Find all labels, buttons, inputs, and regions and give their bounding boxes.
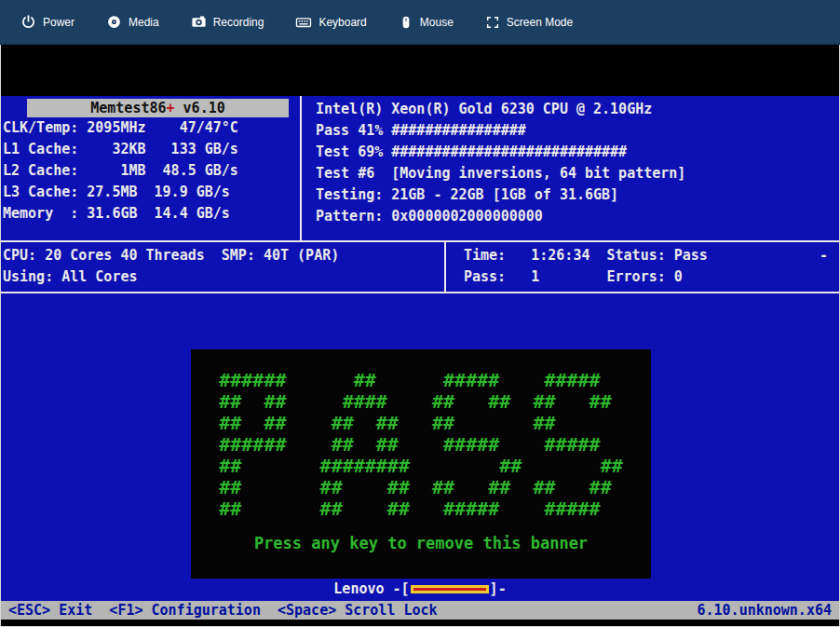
test-name-row: Test #6 [Moving inversions, 64 bit patte… bbox=[314, 163, 839, 184]
memtest-mid-section: CPU: 20 Cores 40 Threads SMP: 40T (PAR) … bbox=[1, 240, 839, 293]
memtest-title-version: v6.10 bbox=[175, 100, 225, 116]
pattern-row: Pattern: 0x0000002000000000 bbox=[314, 206, 839, 227]
power-icon bbox=[20, 14, 36, 30]
pass-ascii-art: ###### ## ##### ##### ## ## #### ## ## #… bbox=[219, 370, 622, 520]
l3-cache-row: L3 Cache: 27.5MB 19.9 GB/s bbox=[1, 182, 300, 203]
cpu-cores-row: CPU: 20 Cores 40 Threads SMP: 40T (PAR) bbox=[1, 245, 444, 266]
mouse-icon bbox=[399, 15, 413, 30]
memory-row: Memory : 31.6GB 14.4 GB/s bbox=[1, 203, 300, 225]
screen-mode-button[interactable]: Screen Mode bbox=[485, 15, 573, 30]
recording-icon bbox=[191, 14, 207, 30]
clk-temp-row: CLK/Temp: 2095MHz 47/47°C bbox=[1, 117, 300, 139]
vendor-progress-bar bbox=[411, 585, 489, 593]
media-label: Media bbox=[129, 16, 159, 29]
memtest-top-section: Memtest86+ v6.10 CLK/Temp: 2095MHz 47/47… bbox=[1, 96, 839, 240]
recording-button[interactable]: Recording bbox=[191, 14, 264, 30]
pass-errors-row: Pass: 1 Errors: 0 bbox=[462, 266, 839, 288]
vendor-suffix: ]- bbox=[490, 579, 507, 598]
activity-spinner: - bbox=[820, 245, 828, 266]
testing-range-row: Testing: 21GB - 22GB [1GB of 31.6GB] bbox=[314, 184, 839, 206]
power-label: Power bbox=[43, 16, 75, 29]
pass-progress-row: Pass 41% ################ bbox=[314, 120, 839, 142]
cpu-model-row: Intel(R) Xeon(R) Gold 6230 CPU @ 2.10GHz bbox=[314, 99, 839, 120]
mouse-label: Mouse bbox=[420, 16, 454, 29]
l2-cache-row: L2 Cache: 1MB 48.5 GB/s bbox=[1, 160, 300, 182]
time-status-row: Time: 1:26:34 Status: Pass bbox=[462, 245, 839, 266]
keyboard-icon bbox=[295, 14, 312, 31]
memtest-title-name: Memtest86 bbox=[90, 100, 166, 116]
time-status-panel: Time: 1:26:34 Status: Pass Pass: 1 Error… bbox=[446, 242, 839, 292]
vendor-prefix: Lenovo -[ bbox=[333, 579, 409, 598]
screen-mode-icon bbox=[485, 15, 500, 30]
media-button[interactable]: Media bbox=[106, 14, 159, 30]
recording-label: Recording bbox=[213, 16, 264, 29]
footer-key-hints: <ESC> Exit <F1> Configuration <Space> Sc… bbox=[8, 601, 438, 620]
console-viewport[interactable]: Memtest86+ v6.10 CLK/Temp: 2095MHz 47/47… bbox=[0, 45, 840, 627]
media-icon bbox=[106, 14, 122, 30]
sysinfo-panel: Memtest86+ v6.10 CLK/Temp: 2095MHz 47/47… bbox=[1, 96, 302, 240]
remote-console-window: Power Media Recording bbox=[0, 0, 840, 627]
banner-message: Press any key to remove this banner bbox=[191, 534, 651, 552]
memtest-title-bar: Memtest86+ v6.10 bbox=[27, 99, 289, 117]
pass-banner: ###### ## ##### ##### ## ## #### ## ## #… bbox=[191, 349, 651, 579]
mouse-button[interactable]: Mouse bbox=[399, 15, 454, 30]
power-button[interactable]: Power bbox=[20, 14, 75, 30]
memtest-screen: Memtest86+ v6.10 CLK/Temp: 2095MHz 47/47… bbox=[1, 96, 839, 601]
footer-bar: <ESC> Exit <F1> Configuration <Space> Sc… bbox=[1, 601, 839, 620]
l1-cache-row: L1 Cache: 32KB 133 GB/s bbox=[1, 139, 300, 160]
screen-mode-label: Screen Mode bbox=[507, 16, 573, 29]
using-cores-row: Using: All Cores bbox=[1, 266, 444, 288]
smp-panel: CPU: 20 Cores 40 Threads SMP: 40T (PAR) … bbox=[1, 242, 446, 292]
test-progress-row: Test 69% ############################ bbox=[314, 142, 839, 163]
keyboard-label: Keyboard bbox=[318, 16, 366, 29]
footer-version: 6.10.unknown.x64 bbox=[698, 601, 833, 620]
console-toolbar: Power Media Recording bbox=[0, 0, 840, 45]
memtest-title-plus: + bbox=[167, 100, 175, 116]
test-status-panel: Intel(R) Xeon(R) Gold 6230 CPU @ 2.10GHz… bbox=[302, 96, 839, 240]
vendor-line: Lenovo -[ ]- bbox=[1, 579, 839, 598]
keyboard-button[interactable]: Keyboard bbox=[295, 14, 366, 31]
